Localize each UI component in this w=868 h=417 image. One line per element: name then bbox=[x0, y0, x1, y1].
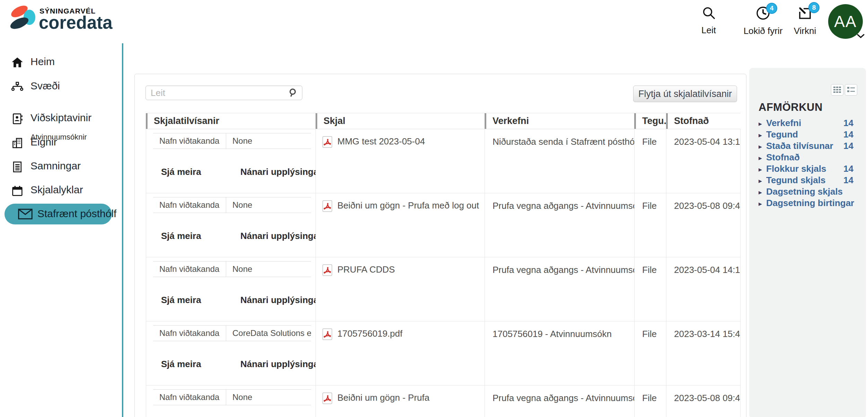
expand-arrow-icon[interactable]: ▶ bbox=[759, 152, 762, 164]
sidebar-item-label: Heim bbox=[30, 56, 55, 68]
recipient-mini-table: Nafn viðtakanda None bbox=[153, 389, 311, 405]
recipient-label: Nafn viðtakanda bbox=[153, 133, 226, 149]
created-cell: 2023-05-08 09:45:... bbox=[666, 193, 741, 257]
topbar-activity-action[interactable]: Virkni bbox=[784, 5, 826, 36]
project-cell: Prufa vegna aðgangs - Atvinnuumsókn bbox=[485, 385, 634, 417]
export-references-button[interactable]: Flytja út skjalatilvísanir bbox=[633, 86, 737, 102]
type-cell: File bbox=[634, 193, 666, 257]
document-name-link[interactable]: Beiðni um gögn - Prufa með log out bbox=[337, 200, 479, 211]
pdf-file-icon bbox=[322, 136, 333, 148]
filter-label: Flokkur skjals bbox=[766, 163, 826, 174]
sidebar-item-svaedi[interactable]: Svæði bbox=[0, 77, 123, 97]
done-action-label: Lokið fyrir bbox=[742, 26, 784, 36]
document-cell: Beiðni um gögn - Prufa með log out bbox=[316, 193, 485, 257]
filter-item[interactable]: ▶Dagsetning birtingar bbox=[749, 197, 866, 209]
project-name: Niðurstaða senda í Stafrænt pósthólf bbox=[493, 136, 634, 147]
sidebar-item-label: Svæði bbox=[30, 80, 60, 92]
document-cell: MMG test 2023-05-04 bbox=[316, 129, 485, 193]
document-cell: PRUFA CDDS bbox=[316, 257, 485, 321]
application-window: SÝNINGARVÉL coredata Leit Lokið fyrir 4 bbox=[0, 0, 868, 417]
filter-count: 14 bbox=[843, 163, 853, 175]
search-icon bbox=[701, 5, 717, 21]
document-name-link[interactable]: 1705756019.pdf bbox=[337, 328, 402, 339]
sidebar-item-vidskiptavinir[interactable]: Viðskiptavinir bbox=[0, 109, 123, 128]
sidebar-item-stafraent-posthol-active[interactable]: Stafrænt pósthólf bbox=[5, 204, 112, 224]
column-header-verkefni[interactable]: Verkefni bbox=[485, 113, 634, 129]
sidebar-item-samningar[interactable]: Samningar bbox=[0, 157, 123, 177]
expand-arrow-icon[interactable]: ▶ bbox=[759, 187, 762, 198]
type-cell: File bbox=[634, 321, 666, 385]
see-more-link[interactable]: Sjá meira bbox=[161, 359, 201, 370]
filter-item[interactable]: ▶Dagsetning skjals bbox=[749, 186, 866, 197]
column-header-stofnad[interactable]: Stofnað bbox=[666, 113, 741, 129]
filter-count: 14 bbox=[843, 129, 853, 140]
sidebar-nav: Heim Svæði Atvinnuumsóknir bbox=[0, 43, 123, 417]
recipient-mini-table: Nafn viðtakanda None bbox=[153, 261, 311, 277]
search-input[interactable] bbox=[145, 86, 302, 100]
table-body: Nafn viðtakanda None Sjá meira Nánari up… bbox=[146, 129, 741, 417]
details-link[interactable]: Nánari upplýsingar bbox=[240, 231, 316, 241]
details-link[interactable]: Nánari upplýsingar bbox=[240, 359, 316, 370]
project-cell: Prufa vegna aðgangs - Atvinnuumsókn bbox=[485, 193, 634, 257]
column-header-tegund[interactable]: Tegu... bbox=[634, 113, 666, 129]
sidebar-item-skjalalyklar[interactable]: Skjalalyklar bbox=[0, 181, 123, 201]
details-link[interactable]: Nánari upplýsingar bbox=[240, 167, 316, 177]
type-value: File bbox=[642, 393, 657, 403]
filter-item[interactable]: ▶Verkefni 14 bbox=[749, 117, 866, 129]
pdf-file-icon bbox=[322, 200, 333, 212]
sidebar-item-label: Samningar bbox=[30, 160, 81, 172]
type-value: File bbox=[642, 329, 657, 339]
pdf-file-icon bbox=[322, 328, 333, 340]
document-name-link[interactable]: PRUFA CDDS bbox=[337, 264, 395, 275]
see-more-link[interactable]: Sjá meira bbox=[161, 295, 201, 305]
filter-item[interactable]: ▶Flokkur skjals 14 bbox=[749, 163, 866, 175]
expand-arrow-icon[interactable]: ▶ bbox=[759, 164, 762, 175]
expand-arrow-icon[interactable]: ▶ bbox=[759, 198, 762, 210]
filter-item[interactable]: ▶Stofnað bbox=[749, 152, 866, 163]
filter-item[interactable]: ▶Tegund 14 bbox=[749, 129, 866, 140]
topbar-search-action[interactable]: Leit bbox=[688, 5, 729, 36]
expand-arrow-icon[interactable]: ▶ bbox=[759, 141, 762, 152]
coredata-logo[interactable]: SÝNINGARVÉL coredata bbox=[10, 3, 124, 38]
document-name-link[interactable]: MMG test 2023-05-04 bbox=[337, 136, 425, 147]
expand-arrow-icon[interactable]: ▶ bbox=[759, 118, 762, 130]
table-row: Nafn viðtakanda None Sjá meira Nánari up… bbox=[146, 385, 741, 417]
created-cell: 2023-05-04 14:13:... bbox=[666, 257, 741, 321]
sidebar-item-heim[interactable]: Heim bbox=[0, 53, 123, 72]
filter-item[interactable]: ▶Staða tilvísunar 14 bbox=[749, 140, 866, 152]
calendar-icon bbox=[10, 184, 24, 198]
table-view-toggle[interactable] bbox=[831, 84, 843, 96]
column-header-skjal[interactable]: Skjal bbox=[316, 113, 485, 129]
list-view-toggle[interactable] bbox=[845, 84, 857, 96]
document-name-link[interactable]: Beiðni um gögn - Prufa bbox=[337, 392, 429, 403]
chevron-down-icon[interactable] bbox=[856, 33, 865, 39]
filter-label: Dagsetning birtingar bbox=[766, 198, 854, 208]
search-action-label: Leit bbox=[688, 25, 729, 36]
topbar-done-action[interactable]: Lokið fyrir bbox=[742, 5, 784, 36]
see-more-link[interactable]: Sjá meira bbox=[161, 231, 201, 241]
created-timestamp: 2023-03-14 15:49:... bbox=[674, 329, 741, 339]
filter-label: Dagsetning skjals bbox=[766, 186, 843, 197]
filter-item[interactable]: ▶Tegund skjals 14 bbox=[749, 175, 866, 186]
sidebar-item-label: Stafrænt pósthólf bbox=[37, 208, 116, 220]
filter-list: ▶Verkefni 14 ▶Tegund 14 ▶Staða tilvísuna… bbox=[749, 117, 866, 209]
reference-cell: Nafn viðtakanda None Sjá meira Nánari up… bbox=[146, 385, 316, 417]
column-header-skjalatilvisanir[interactable]: Skjalatilvísanir bbox=[146, 113, 316, 129]
filter-count: 14 bbox=[843, 175, 853, 186]
documents-card: Flytja út skjalatilvísanir Skjalatilvísa… bbox=[134, 74, 746, 417]
reference-cell: Nafn viðtakanda None Sjá meira Nánari up… bbox=[146, 257, 316, 321]
expand-arrow-icon[interactable]: ▶ bbox=[759, 175, 762, 187]
reference-cell: Nafn viðtakanda CoreData Solutions ehf. … bbox=[146, 321, 316, 385]
expand-arrow-icon[interactable]: ▶ bbox=[759, 130, 762, 141]
sidebar-item-label: Eignir bbox=[30, 136, 57, 148]
see-more-link[interactable]: Sjá meira bbox=[161, 167, 201, 177]
contacts-icon bbox=[10, 112, 24, 126]
document-cell: Beiðni um gögn - Prufa bbox=[316, 385, 485, 417]
details-link[interactable]: Nánari upplýsingar bbox=[240, 295, 316, 305]
filter-label: Stofnað bbox=[766, 152, 800, 162]
search-submit-icon[interactable] bbox=[288, 87, 299, 98]
created-timestamp: 2023-05-04 14:13:... bbox=[674, 265, 741, 275]
table-row: Nafn viðtakanda CoreData Solutions ehf. … bbox=[146, 321, 741, 385]
recipient-mini-table: Nafn viðtakanda None bbox=[153, 197, 311, 213]
sidebar-item-eignir[interactable]: Eignir bbox=[0, 133, 123, 153]
